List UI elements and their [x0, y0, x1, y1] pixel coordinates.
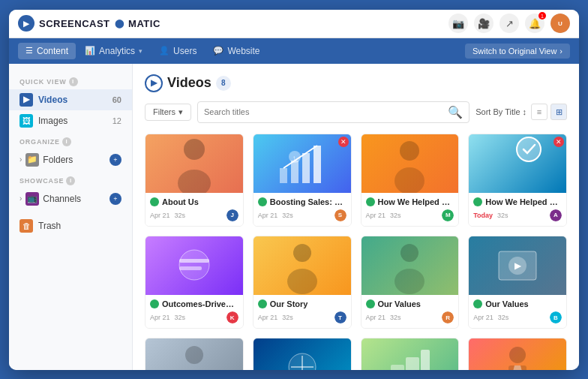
- svg-text:▶: ▶: [514, 260, 522, 271]
- delete-btn-2[interactable]: ✕: [338, 137, 349, 147]
- list-view-button[interactable]: ≡: [531, 104, 548, 120]
- channels-icon: 📺: [26, 192, 39, 206]
- delete-btn-4[interactable]: ✕: [554, 137, 564, 147]
- video-meta-3: Apr 21 32s M: [366, 209, 454, 221]
- avatar-img-1: J: [226, 209, 238, 221]
- video-avatar-4: A: [550, 209, 562, 221]
- video-card-7[interactable]: Our Values Apr 21 32s R: [361, 236, 460, 329]
- notifications-icon[interactable]: 🔔 1: [525, 14, 544, 33]
- date-8: Apr 21: [473, 314, 494, 321]
- video-card-11[interactable]: The Numbers: Young... Apr 21 32s N: [361, 338, 460, 369]
- filter-label: Filters: [153, 107, 176, 116]
- video-avatar-6: T: [334, 311, 346, 323]
- video-card-9[interactable]: Principles We Stand By... Apr 21 32s L: [145, 338, 244, 369]
- thumb-content-6: [254, 236, 351, 295]
- avatar-img-7: R: [442, 311, 454, 323]
- analytics-dropdown: ▾: [139, 47, 142, 55]
- video-date-3: Apr 21 32s: [366, 212, 401, 219]
- video-avatar-1: J: [226, 209, 238, 221]
- nav-tab-analytics-label: Analytics: [99, 46, 135, 56]
- svg-point-14: [293, 244, 311, 262]
- svg-rect-28: [421, 350, 430, 369]
- video-title-4: How We Helped X&Co: [485, 197, 562, 207]
- nav-tab-website[interactable]: 💬 Website: [206, 43, 267, 59]
- video-card-10[interactable]: Sales Lift: Merriweatt... Apr 21 32s P: [253, 338, 352, 369]
- video-count-badge: 8: [216, 76, 231, 91]
- folders-new-badge: +: [110, 154, 122, 166]
- video-title-7: Our Values: [378, 299, 454, 309]
- nav-tab-users[interactable]: 👤 Users: [152, 43, 204, 59]
- svg-point-11: [179, 250, 209, 280]
- videos-label: Videos: [38, 95, 68, 105]
- video-camera-icon[interactable]: 🎥: [474, 14, 494, 33]
- sidebar-item-videos[interactable]: ▶ Videos 60: [9, 89, 132, 110]
- video-meta-6: Apr 21 32s T: [258, 311, 346, 323]
- sidebar-item-channels[interactable]: › 📺 Channels +: [9, 188, 132, 209]
- sidebar-item-images[interactable]: 🖼 Images 12: [9, 110, 132, 131]
- sidebar-item-folders[interactable]: › 📁 Folders +: [9, 149, 132, 170]
- trash-label: Trash: [38, 221, 61, 231]
- video-card-12[interactable]: The Numbers: Young... Apr 21 32s D: [468, 338, 567, 369]
- title-bar-actions: 📷 🎥 ↗ 🔔 1 U: [448, 14, 570, 33]
- showcase-info-icon: i: [66, 176, 75, 185]
- video-title-row-6: Our Story: [258, 299, 346, 309]
- video-title-6: Our Story: [270, 299, 346, 309]
- video-title-2: Boosting Sales: X&Co: [270, 197, 346, 207]
- date-3: Apr 21: [366, 212, 386, 219]
- video-grid: About Us Apr 21 32s J: [145, 134, 567, 370]
- share-icon[interactable]: ↗: [500, 14, 519, 33]
- dur-7: 32s: [390, 314, 401, 321]
- avatar-img-3: M: [442, 209, 454, 221]
- thumb-content-5: [146, 236, 243, 295]
- sort-label: Sort By Title: [476, 107, 520, 116]
- svg-point-10: [517, 137, 541, 161]
- svg-point-21: [185, 346, 203, 364]
- search-bar[interactable]: 🔍: [197, 101, 470, 123]
- status-icon-1: [150, 197, 159, 206]
- video-thumb-12: [469, 338, 566, 369]
- search-input[interactable]: [204, 107, 444, 116]
- nav-tab-content[interactable]: ☰ Content: [18, 43, 76, 59]
- video-thumb-11: [362, 338, 459, 369]
- svg-point-15: [287, 269, 317, 294]
- images-icon: 🖼: [20, 114, 33, 128]
- video-date-5: Apr 21 32s: [150, 314, 185, 321]
- camera-icon[interactable]: 📷: [448, 14, 468, 33]
- video-card-6[interactable]: Our Story Apr 21 32s T: [253, 236, 352, 329]
- filter-chevron: ▾: [178, 107, 183, 117]
- svg-rect-12: [179, 259, 209, 263]
- video-card-2[interactable]: ↑ ✕ Boosting Sales: X&Co Apr 21: [253, 134, 352, 227]
- avatar-img-6: T: [334, 311, 346, 323]
- dur-3: 32s: [390, 212, 401, 219]
- filter-button[interactable]: Filters ▾: [145, 104, 191, 121]
- video-card-8[interactable]: ▶ Our Values Apr 21 32s: [468, 236, 567, 329]
- video-info-2: Boosting Sales: X&Co Apr 21 32s S: [254, 193, 351, 226]
- video-card-3[interactable]: How We Helped X&Co Apr 21 32s M: [361, 134, 460, 227]
- svg-point-16: [400, 244, 418, 262]
- video-card-4[interactable]: ✕ How We Helped X&Co Today 32s: [468, 134, 567, 227]
- sidebar: QUICK VIEW i ▶ Videos 60 🖼 Images 12 ORG…: [9, 64, 133, 370]
- images-label: Images: [38, 116, 68, 126]
- video-thumb-9: [146, 338, 243, 369]
- sidebar-item-trash[interactable]: 🗑 Trash: [9, 215, 132, 236]
- status-icon-8: [473, 299, 482, 308]
- app-subtitle: ⬤: [115, 19, 124, 29]
- dur-8: 32s: [498, 314, 509, 321]
- video-avatar-3: M: [442, 209, 454, 221]
- video-thumb-5: [146, 236, 243, 295]
- thumb-content-1: [146, 134, 243, 193]
- videos-icon: ▶: [20, 93, 33, 107]
- switch-view-button[interactable]: Switch to Original View ›: [465, 44, 570, 59]
- content-header: ▶ Videos 8: [145, 74, 567, 92]
- user-avatar[interactable]: U: [550, 14, 570, 33]
- video-card-5[interactable]: Outcomes-Driven Ap... Apr 21 32s K: [145, 236, 244, 329]
- svg-point-8: [400, 141, 419, 161]
- video-meta-1: Apr 21 32s J: [150, 209, 238, 221]
- sort-button[interactable]: Sort By Title ↕: [476, 107, 526, 116]
- nav-tab-analytics[interactable]: 📊 Analytics ▾: [77, 43, 150, 59]
- thumb-content-2: ↑: [254, 134, 351, 193]
- video-card-1[interactable]: About Us Apr 21 32s J: [145, 134, 244, 227]
- trash-icon: 🗑: [20, 219, 33, 233]
- images-count: 12: [112, 116, 122, 125]
- grid-view-button[interactable]: ⊞: [550, 104, 567, 120]
